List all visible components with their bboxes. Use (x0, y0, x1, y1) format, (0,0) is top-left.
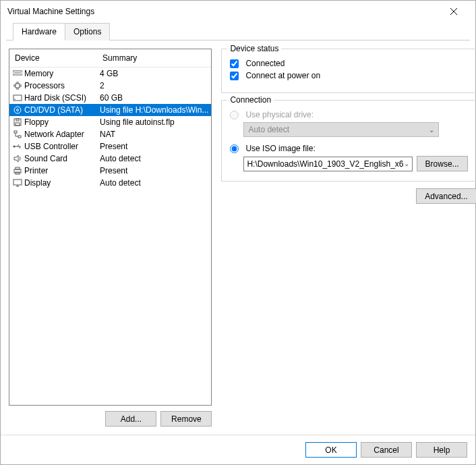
device-row-printer[interactable]: Printer Present (9, 165, 211, 177)
cpu-icon (12, 80, 23, 91)
device-row-display[interactable]: Display Auto detect (9, 177, 211, 189)
connect-poweron-label: Connect at power on (245, 71, 320, 80)
device-list: Device Summary Memory 4 GB Processors 2 … (9, 49, 212, 406)
tab-options[interactable]: Options (65, 23, 110, 40)
device-summary: Present (100, 166, 208, 175)
content-area: Device Summary Memory 4 GB Processors 2 … (1, 40, 475, 435)
footer: OK Cancel Help (1, 435, 475, 464)
device-summary: 4 GB (100, 69, 208, 78)
tabbar: Hardware Options (6, 22, 470, 40)
device-row-processors[interactable]: Processors 2 (9, 80, 211, 92)
help-button[interactable]: Help (416, 442, 467, 458)
device-row-sound[interactable]: Sound Card Auto detect (9, 153, 211, 165)
device-buttons: Add... Remove (9, 411, 212, 427)
device-summary: Auto detect (100, 178, 208, 188)
harddisk-icon (12, 92, 23, 103)
svg-rect-24 (14, 131, 17, 133)
device-name: Sound Card (24, 154, 100, 163)
device-name: USB Controller (24, 142, 100, 151)
svg-rect-8 (16, 84, 20, 88)
add-button[interactable]: Add... (105, 411, 156, 427)
device-name: Display (24, 178, 100, 188)
advanced-button[interactable]: Advanced... (416, 188, 476, 204)
svg-point-20 (17, 109, 19, 111)
settings-window: Virtual Machine Settings Hardware Option… (0, 0, 476, 465)
usb-icon (12, 141, 23, 152)
connected-checkbox[interactable] (230, 59, 239, 68)
close-button[interactable] (440, 2, 467, 21)
device-status-group: Device status Connected Connect at power… (221, 49, 476, 93)
physical-drive-radio[interactable] (230, 111, 239, 119)
connect-poweron-checkbox[interactable] (230, 72, 239, 80)
tab-hardware[interactable]: Hardware (13, 23, 65, 40)
iso-row: H:\Downloads\Win10_1903_V2_English_x6 ⌄ … (243, 156, 467, 171)
device-summary: 2 (100, 81, 208, 90)
ok-button[interactable]: OK (305, 442, 357, 458)
window-title: Virtual Machine Settings (7, 7, 94, 16)
display-icon (12, 177, 23, 188)
cancel-button[interactable]: Cancel (361, 442, 412, 458)
column-header-device[interactable]: Device (15, 53, 102, 63)
iso-path-value: H:\Downloads\Win10_1903_V2_English_x6 (247, 159, 403, 169)
connection-group: Connection Use physical drive: Auto dete… (221, 100, 476, 182)
network-icon (12, 129, 23, 140)
device-list-header: Device Summary (9, 49, 211, 67)
iso-label: Use ISO image file: (245, 144, 315, 153)
memory-icon (12, 68, 23, 79)
remove-button[interactable]: Remove (160, 411, 212, 427)
disc-icon (12, 105, 23, 115)
iso-radio-row[interactable]: Use ISO image file: (230, 144, 467, 153)
chevron-down-icon: ⌄ (429, 126, 434, 134)
chevron-down-icon[interactable]: ⌄ (404, 160, 409, 167)
titlebar: Virtual Machine Settings (1, 1, 475, 22)
close-icon (450, 8, 457, 15)
device-row-usb[interactable]: USB Controller Present (9, 140, 211, 153)
device-row-network[interactable]: Network Adapter NAT (9, 128, 211, 140)
advanced-row: Advanced... (221, 188, 476, 204)
device-row-floppy[interactable]: Floppy Using file autoinst.flp (9, 116, 211, 128)
device-summary: Auto detect (100, 154, 208, 163)
device-name: CD/DVD (SATA) (24, 105, 100, 115)
iso-path-combo[interactable]: H:\Downloads\Win10_1903_V2_English_x6 ⌄ (243, 157, 412, 171)
device-summary: Using file autoinst.flp (100, 117, 208, 127)
svg-rect-36 (13, 180, 22, 185)
iso-radio[interactable] (230, 144, 239, 153)
device-name: Memory (24, 69, 100, 78)
printer-icon (12, 165, 23, 176)
device-summary: Using file H:\Downloads\Win... (100, 105, 208, 115)
device-row-harddisk[interactable]: Hard Disk (SCSI) 60 GB (9, 92, 211, 104)
physical-drive-label: Use physical drive: (245, 110, 314, 119)
svg-rect-17 (13, 95, 22, 101)
svg-rect-25 (18, 136, 21, 138)
svg-point-18 (14, 99, 16, 100)
device-summary: NAT (100, 130, 208, 139)
device-name: Network Adapter (24, 130, 100, 139)
left-panel: Device Summary Memory 4 GB Processors 2 … (9, 49, 212, 427)
right-panel: Device status Connected Connect at power… (221, 49, 476, 427)
device-name: Hard Disk (SCSI) (24, 93, 100, 103)
svg-marker-32 (14, 155, 18, 162)
physical-drive-radio-row[interactable]: Use physical drive: (230, 110, 467, 119)
column-header-summary[interactable]: Summary (102, 53, 206, 63)
connected-checkbox-row[interactable]: Connected (230, 59, 467, 68)
connect-poweron-checkbox-row[interactable]: Connect at power on (230, 71, 467, 80)
physical-drive-combo: Auto detect ⌄ (243, 122, 439, 137)
connected-label: Connected (245, 59, 285, 68)
device-name: Processors (24, 81, 100, 90)
svg-rect-22 (16, 119, 19, 121)
floppy-icon (12, 117, 23, 128)
svg-point-19 (14, 107, 21, 113)
device-name: Printer (24, 166, 100, 175)
svg-rect-23 (16, 123, 20, 126)
connection-title: Connection (227, 95, 274, 105)
device-row-memory[interactable]: Memory 4 GB (9, 67, 211, 80)
device-status-title: Device status (227, 44, 281, 53)
device-row-cddvd[interactable]: CD/DVD (SATA) Using file H:\Downloads\Wi… (9, 104, 211, 116)
device-summary: Present (100, 142, 208, 151)
sound-icon (12, 153, 23, 164)
device-summary: 60 GB (100, 93, 208, 103)
device-name: Floppy (24, 117, 100, 127)
browse-button[interactable]: Browse... (417, 156, 468, 171)
physical-drive-value: Auto detect (248, 125, 289, 134)
